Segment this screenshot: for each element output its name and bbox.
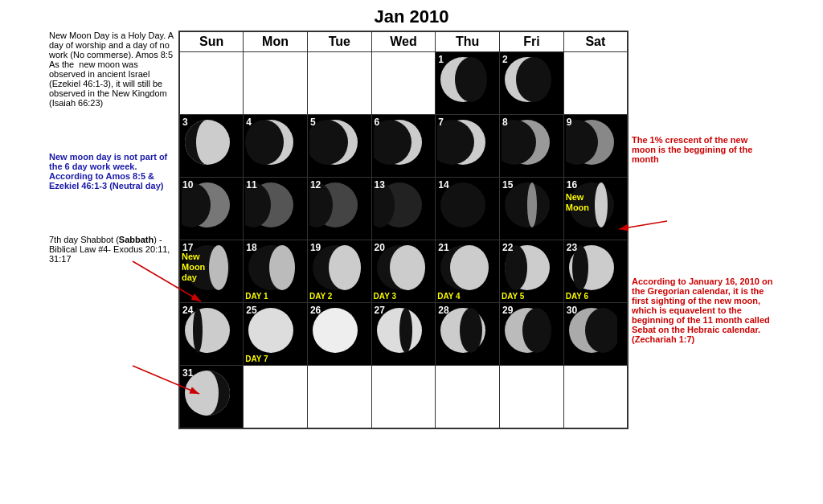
day-1: 1	[436, 52, 500, 115]
day-9: 9	[563, 115, 628, 178]
day-16: 16 NewMoon	[563, 178, 628, 240]
table-row: 1 2	[179, 52, 628, 115]
header-tue: Tue	[307, 31, 371, 52]
left-note-3: 7th day Shabbot (Sabbath) -Biblical Law …	[49, 235, 175, 264]
day-2: 2	[500, 52, 564, 115]
svg-point-45	[193, 308, 203, 353]
day-3: 3	[179, 115, 244, 178]
day-15: 15	[500, 178, 564, 240]
table-row: 10 11 12 13	[179, 178, 628, 240]
table-row	[179, 52, 244, 115]
svg-point-49	[399, 308, 412, 353]
svg-point-53	[522, 308, 551, 353]
svg-point-27	[527, 182, 537, 227]
calendar: Sun Mon Tue Wed Thu Fri Sat 1	[178, 31, 629, 429]
day-11: 11	[244, 178, 308, 240]
table-row	[307, 366, 371, 428]
day-17: 17 NewMoonday	[179, 240, 244, 303]
table-row	[436, 366, 500, 428]
svg-point-29	[595, 182, 608, 227]
day-28: 28	[436, 303, 500, 366]
table-row	[500, 366, 564, 428]
day-21: 21 DAY 4	[436, 240, 500, 303]
day-24: 24	[179, 303, 244, 366]
table-row	[371, 52, 436, 115]
table-row	[244, 366, 308, 428]
day-8: 8	[500, 115, 564, 178]
left-notes-panel: New Moon Day is a Holy Day. A day of wor…	[46, 31, 178, 270]
day-6: 6	[371, 115, 436, 178]
right-notes-panel: The 1% crescent of the new moon is the b…	[629, 31, 777, 352]
day-13: 13	[371, 178, 436, 240]
header-fri: Fri	[500, 31, 564, 52]
day-18: 18 DAY 1	[244, 240, 308, 303]
header-sat: Sat	[563, 31, 628, 52]
day-26: 26	[307, 303, 371, 366]
svg-point-1	[455, 57, 487, 102]
right-note-crescent: The 1% crescent of the new moon is the b…	[632, 135, 774, 164]
day-22: 22 DAY 5	[500, 240, 564, 303]
table-row	[244, 52, 308, 115]
svg-point-3	[516, 57, 551, 102]
day-5: 5	[307, 115, 371, 178]
left-note-1: New Moon Day is a Holy Day. A day of wor…	[49, 31, 175, 108]
left-note-2: New moon day is not part of the 6 day wo…	[49, 152, 175, 191]
table-row	[563, 366, 628, 428]
page-title: Jan 2010	[0, 0, 823, 31]
day-20: 20 DAY 3	[371, 240, 436, 303]
right-note-gregorian: According to January 16, 2010 on the Gre…	[632, 277, 774, 344]
header-wed: Wed	[371, 31, 436, 52]
header-thu: Thu	[436, 31, 500, 52]
svg-point-33	[269, 245, 295, 290]
day-14: 14	[436, 178, 500, 240]
day-19: 19 DAY 2	[307, 240, 371, 303]
day-31: 31	[179, 366, 244, 428]
svg-point-37	[390, 245, 425, 290]
day-27: 27	[371, 303, 436, 366]
day-30: 30	[563, 303, 628, 366]
table-row: 3 4 5 6 7	[179, 115, 628, 178]
svg-point-39	[450, 245, 489, 290]
header-mon: Mon	[244, 31, 308, 52]
svg-point-35	[329, 245, 361, 290]
day-10: 10	[179, 178, 244, 240]
day-25: 25 DAY 7	[244, 303, 308, 366]
day-23: 23 DAY 6	[563, 240, 628, 303]
table-row: 24 25 DAY 7 26 27	[179, 303, 628, 366]
header-sun: Sun	[179, 31, 244, 52]
day-12: 12	[307, 178, 371, 240]
table-row: 31	[179, 366, 628, 428]
day-29: 29	[500, 303, 564, 366]
svg-point-31	[209, 245, 228, 290]
day-4: 4	[244, 115, 308, 178]
calendar-table: Sun Mon Tue Wed Thu Fri Sat 1	[178, 31, 629, 429]
svg-point-51	[460, 308, 482, 353]
table-row: 17 NewMoonday 18 DAY 1 19 DAY 2	[179, 240, 628, 303]
table-row	[371, 366, 436, 428]
table-row	[307, 52, 371, 115]
day-7: 7	[436, 115, 500, 178]
